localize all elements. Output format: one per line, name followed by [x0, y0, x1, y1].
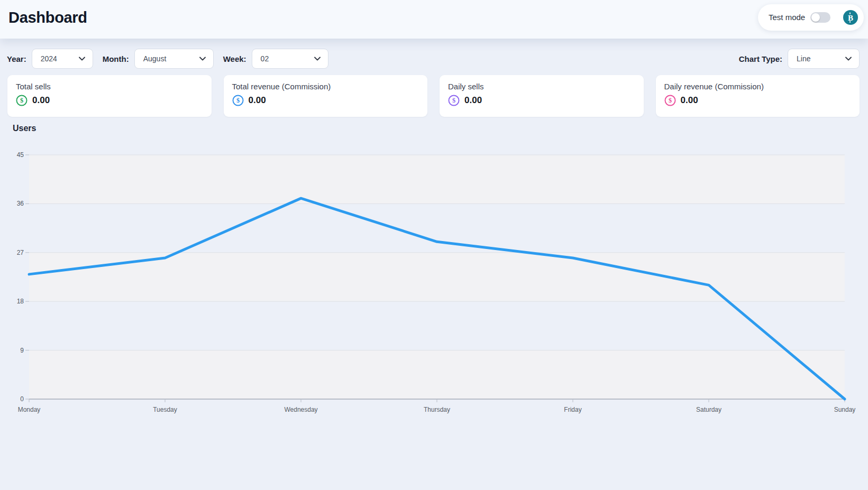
svg-text:$: $	[20, 97, 23, 104]
stat-label: Total sells	[16, 82, 203, 91]
right-gap	[845, 155, 868, 415]
line-chart-canvas	[29, 155, 845, 399]
stat-label: Daily sells	[448, 82, 635, 91]
year-label: Year:	[7, 54, 26, 63]
filter-bar: Year: 2024 Month: August Week: 02 Chart …	[7, 49, 860, 69]
x-axis-tick-label: Friday	[564, 406, 581, 413]
test-mode-toggle[interactable]	[810, 12, 830, 23]
dollar-circle-icon: $	[664, 95, 676, 106]
month-label: Month:	[103, 54, 129, 63]
chart-type-filter-group: Chart Type: Line	[739, 49, 860, 69]
month-select-value: August	[143, 54, 167, 63]
users-chart-section: Users 4536271890 MondayTuesdayWednesdayT…	[0, 124, 868, 415]
y-axis-tick-label: 9	[20, 347, 24, 354]
x-axis-tick-label: Saturday	[696, 406, 721, 413]
chart-type-label: Chart Type:	[739, 54, 782, 63]
stat-cards: Total sells $ 0.00 Total revenue (Commis…	[7, 75, 860, 117]
chevron-down-icon	[845, 57, 852, 61]
chart-type-select[interactable]: Line	[788, 49, 860, 69]
dollar-circle-icon: $	[232, 95, 244, 106]
stat-value: 0.00	[32, 95, 50, 106]
stat-card-total-revenue: Total revenue (Commission) $ 0.00	[224, 75, 428, 117]
x-axis: MondayTuesdayWednesdayThursdayFridaySatu…	[29, 399, 845, 415]
svg-text:$: $	[236, 97, 239, 104]
stat-label: Total revenue (Commission)	[232, 82, 419, 91]
y-axis: 4536271890	[0, 155, 29, 415]
x-axis-tick-label: Tuesday	[153, 406, 177, 413]
svg-text:$: $	[668, 97, 671, 104]
chevron-down-icon	[199, 57, 206, 61]
x-axis-tick-label: Wednesday	[284, 406, 317, 413]
x-axis-tick-label: Sunday	[834, 406, 856, 413]
test-mode-label: Test mode	[769, 13, 805, 22]
dollar-circle-icon: $	[448, 95, 460, 106]
svg-text:$: $	[452, 97, 455, 104]
week-filter-group: Week: 02	[223, 49, 328, 69]
stat-card-total-sells: Total sells $ 0.00	[7, 75, 212, 117]
stat-card-daily-revenue: Daily revenue (Commission) $ 0.00	[656, 75, 860, 117]
month-select[interactable]: August	[134, 49, 214, 69]
dollar-circle-icon: $	[16, 95, 28, 106]
header: Dashboard Test mode B	[0, 0, 868, 39]
y-axis-tick-label: 18	[17, 298, 24, 305]
week-select[interactable]: 02	[252, 49, 328, 69]
y-axis-tick-label: 27	[17, 249, 24, 256]
stat-value: 0.00	[464, 95, 482, 106]
users-line-chart: 4536271890 MondayTuesdayWednesdayThursda…	[0, 155, 868, 415]
stat-value: 0.00	[681, 95, 698, 106]
x-axis-tick-label: Monday	[18, 406, 41, 413]
page-title: Dashboard	[8, 9, 87, 26]
month-filter-group: Month: August	[103, 49, 214, 69]
year-select[interactable]: 2024	[32, 49, 93, 69]
y-axis-tick-label: 0	[20, 395, 24, 403]
stat-card-daily-sells: Daily sells $ 0.00	[440, 75, 644, 117]
plot-area	[29, 155, 845, 399]
chevron-down-icon	[79, 57, 85, 61]
y-axis-tick-label: 45	[17, 151, 24, 159]
svg-text:B: B	[848, 13, 853, 22]
brand-logo-icon: B	[843, 10, 858, 25]
toggle-knob	[811, 13, 820, 22]
chart-type-select-value: Line	[797, 54, 810, 63]
test-mode-pill: Test mode B	[758, 4, 864, 31]
year-filter-group: Year: 2024	[7, 49, 93, 69]
stat-label: Daily revenue (Commission)	[664, 82, 852, 91]
stat-value: 0.00	[249, 95, 266, 106]
x-axis-tick-label: Thursday	[424, 406, 450, 413]
y-axis-tick-label: 36	[17, 200, 24, 207]
year-select-value: 2024	[41, 54, 57, 63]
week-label: Week:	[223, 54, 246, 63]
week-select-value: 02	[261, 54, 269, 63]
chevron-down-icon	[314, 57, 321, 61]
chart-title: Users	[13, 124, 868, 133]
